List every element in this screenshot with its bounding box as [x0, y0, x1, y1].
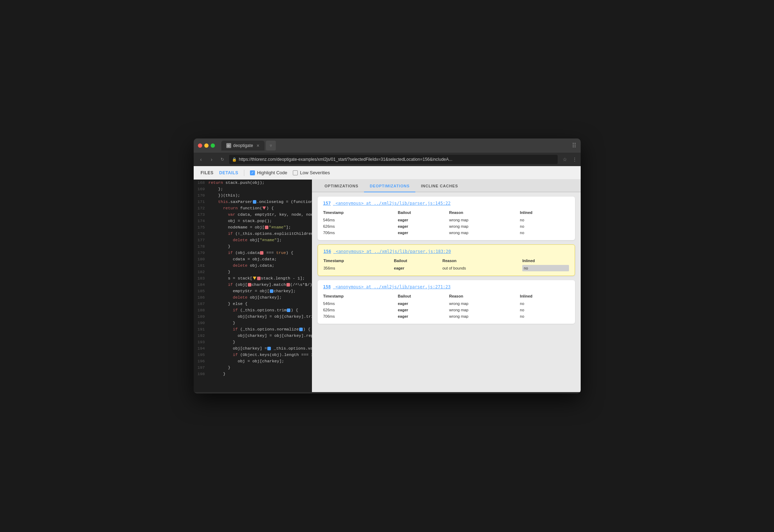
- col-bailout: Bailout: [398, 209, 449, 217]
- tab-deoptimizations[interactable]: DEOPTIMIZATIONS: [364, 180, 415, 192]
- url-text: https://thlorenz.com/deoptigate-examples…: [239, 157, 555, 162]
- deopt-header-156[interactable]: 156 <anonymous> at ../xml2js/lib/parser.…: [324, 249, 569, 254]
- deopt-table-157: Timestamp Bailout Reason Inlined 546ms e…: [323, 209, 569, 236]
- code-line: 190 }: [194, 320, 312, 326]
- code-line: 189 obj[charkey] = obj[charkey].trim();: [194, 313, 312, 320]
- table-row: 626ms eager wrong map no: [323, 223, 569, 230]
- secure-icon: 🔒: [232, 157, 237, 162]
- low-severities-toggle[interactable]: Low Severities: [293, 170, 330, 175]
- deopt-header-158[interactable]: 158 <anonymous> at ../xml2js/lib/parser.…: [323, 284, 569, 289]
- title-bar: D deoptigate × ▿ ⠿: [194, 138, 581, 153]
- col-bailout: Bailout: [394, 257, 443, 265]
- code-line: 195 if (Object.keys(obj).length === 1 &&…: [194, 352, 312, 358]
- code-line: 198 }: [194, 371, 312, 377]
- browser-tab[interactable]: D deoptigate ×: [221, 141, 264, 151]
- highlight-label: Highlight Code: [257, 170, 287, 175]
- code-line: 175 nodeName = obj["#name"];: [194, 224, 312, 231]
- code-line: 191 if (_this.options.normalize) {: [194, 326, 312, 333]
- new-tab-button[interactable]: ▿: [266, 141, 276, 151]
- right-tabs: OPTIMIZATIONS DEOPTIMIZATIONS INCLINE CA…: [312, 180, 581, 192]
- url-bar[interactable]: 🔒 https://thlorenz.com/deoptigate-exampl…: [229, 155, 558, 164]
- tab-optimizations[interactable]: OPTIMIZATIONS: [319, 180, 364, 192]
- table-row: 626ms eager wrong map no: [323, 307, 569, 313]
- code-line: 169 };: [194, 186, 312, 192]
- code-line: 181 delete obj.cdata;: [194, 262, 312, 269]
- low-severities-label: Low Severities: [300, 170, 330, 175]
- bookmark-icon[interactable]: ☆: [563, 157, 567, 162]
- code-line: 179 if (obj.cdata === true) {: [194, 250, 312, 256]
- window-controls: ⠿: [572, 142, 576, 149]
- code-line: 194 obj[charkey] = _this.options.valuePr…: [194, 345, 312, 352]
- table-row: 546ms eager wrong map no: [323, 217, 569, 223]
- highlight-code-toggle[interactable]: ✓ Highlight Code: [250, 170, 287, 175]
- col-timestamp: Timestamp: [323, 209, 398, 217]
- tab-title: deoptigate: [233, 143, 253, 148]
- deopt-card-157: 157 <anonymous> at ../xml2js/lib/parser.…: [318, 197, 575, 240]
- tab-area: D deoptigate × ▿: [221, 141, 569, 151]
- deopt-header-157[interactable]: 157 <anonymous> at ../xml2js/lib/parser.…: [323, 201, 569, 206]
- highlight-checkbox-checked[interactable]: ✓: [250, 170, 255, 175]
- right-panel: OPTIMIZATIONS DEOPTIMIZATIONS INCLINE CA…: [312, 180, 581, 392]
- app-toolbar: FILES DETAILS ✓ Highlight Code Low Sever…: [194, 166, 581, 180]
- code-line: 168 return stack.push(obj);: [194, 180, 312, 186]
- code-line: 182 }: [194, 269, 312, 275]
- code-line: 172 return function() {: [194, 205, 312, 211]
- deopt-table-156: Timestamp Bailout Reason Inlined 356ms e…: [324, 257, 569, 271]
- code-line: 188 if (_this.options.trim) {: [194, 307, 312, 313]
- menu-icon[interactable]: ⋮: [572, 157, 577, 162]
- col-reason: Reason: [442, 257, 522, 265]
- col-reason: Reason: [449, 209, 520, 217]
- code-line: 187 } else {: [194, 301, 312, 307]
- toolbar-separator: [244, 170, 244, 176]
- deopt-table-158: Timestamp Bailout Reason Inlined 546ms e…: [323, 293, 569, 319]
- code-line: 170 })(this);: [194, 192, 312, 199]
- col-inlined: Inlined: [522, 257, 569, 265]
- col-reason: Reason: [449, 293, 520, 300]
- reload-button[interactable]: ↻: [218, 155, 226, 163]
- code-line: 196 obj = obj[charkey];: [194, 358, 312, 364]
- forward-button[interactable]: ›: [208, 155, 216, 163]
- deopt-card-156: 156 <anonymous> at ../xml2js/lib/parser.…: [318, 244, 575, 276]
- code-line: 173 var cdata, emptyStr, key, node, node…: [194, 211, 312, 218]
- code-line: 174 obj = stack.pop();: [194, 218, 312, 224]
- code-line: 180 cdata = obj.cdata;: [194, 256, 312, 262]
- code-line: 185 emptyStr = obj[charkey];: [194, 288, 312, 294]
- main-content: 168 return stack.push(obj); 169 }; 170 }…: [194, 180, 581, 392]
- code-line: 192 obj[charkey] = obj[charkey].replace(…: [194, 333, 312, 339]
- col-timestamp: Timestamp: [323, 293, 398, 300]
- code-line: 183 s = stack[stack.length - 1];: [194, 275, 312, 282]
- table-row: 546ms eager wrong map no: [323, 300, 569, 307]
- deopt-list: 157 <anonymous> at ../xml2js/lib/parser.…: [312, 192, 581, 392]
- tab-close-icon[interactable]: ×: [257, 143, 260, 148]
- tab-incline-caches[interactable]: INCLINE CACHES: [415, 180, 464, 192]
- col-timestamp: Timestamp: [324, 257, 394, 265]
- code-line: 178 }: [194, 243, 312, 250]
- table-row: 356ms eager out of bounds no: [324, 265, 569, 271]
- files-tab[interactable]: FILES: [201, 170, 214, 175]
- col-bailout: Bailout: [398, 293, 449, 300]
- tab-favicon: D: [226, 143, 231, 148]
- code-line: 176 if (!_this.options.explicitChildren …: [194, 231, 312, 237]
- code-line: 171 this.saxParser.onclosetag = (functio…: [194, 199, 312, 205]
- table-row: 706ms eager wrong map no: [323, 313, 569, 319]
- table-row: 706ms eager wrong map no: [323, 230, 569, 236]
- close-button[interactable]: [198, 143, 202, 148]
- status-bar: [194, 392, 581, 394]
- back-button[interactable]: ‹: [197, 155, 205, 163]
- code-line: 184 if (obj[charkey].match(/^\s*$/) && !…: [194, 282, 312, 288]
- col-inlined: Inlined: [520, 293, 569, 300]
- code-line: 197 }: [194, 364, 312, 371]
- code-line: 186 delete obj[charkey];: [194, 294, 312, 301]
- code-line: 193 }: [194, 339, 312, 345]
- col-inlined: Inlined: [520, 209, 569, 217]
- browser-window: D deoptigate × ▿ ⠿ ‹ › ↻ 🔒 https://thlor…: [194, 138, 581, 394]
- code-line: 177 delete obj["#name"];: [194, 237, 312, 243]
- deopt-card-158: 158 <anonymous> at ../xml2js/lib/parser.…: [318, 280, 575, 324]
- address-bar: ‹ › ↻ 🔒 https://thlorenz.com/deoptigate-…: [194, 153, 581, 166]
- minimize-button[interactable]: [204, 143, 209, 148]
- maximize-button[interactable]: [211, 143, 215, 148]
- traffic-lights: [198, 143, 215, 148]
- low-severities-checkbox[interactable]: [293, 170, 298, 175]
- details-tab[interactable]: DETAILS: [219, 170, 238, 175]
- code-panel[interactable]: 168 return stack.push(obj); 169 }; 170 }…: [194, 180, 312, 392]
